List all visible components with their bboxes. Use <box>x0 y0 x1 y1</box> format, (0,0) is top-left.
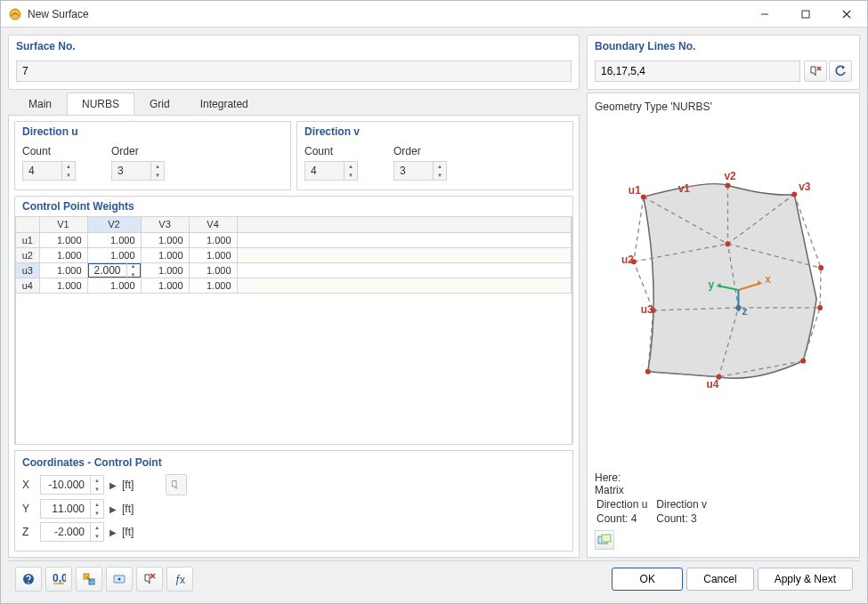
cancel-button[interactable]: Cancel <box>686 568 753 591</box>
coord-x-unit: [ft] <box>122 479 134 491</box>
cpw-cell[interactable]: 1.000 <box>39 278 87 293</box>
chevron-up-icon: ▲ <box>345 162 357 171</box>
cpw-cell[interactable]: 1.000 <box>141 262 189 278</box>
preview-du-label: Direction u <box>596 498 654 511</box>
units-button[interactable]: 0,00 <box>45 567 72 592</box>
boundary-input[interactable] <box>595 60 800 82</box>
pick-coord-button[interactable] <box>166 474 187 495</box>
svg-point-42 <box>118 577 121 580</box>
tab-main[interactable]: Main <box>13 93 67 115</box>
svg-text:0,00: 0,00 <box>53 572 66 584</box>
help-button[interactable] <box>15 567 42 592</box>
cpw-label: Control Point Weights <box>15 197 572 216</box>
direction-v-panel: Direction v Count 4▲▼ Order 3▲▼ <box>296 121 573 190</box>
cpw-cell[interactable]: 1.000 <box>189 247 237 262</box>
app-icon <box>8 7 22 21</box>
cpw-cell-editing[interactable]: 2.000▲▼ <box>87 262 141 278</box>
v-count-spinner[interactable]: 4▲▼ <box>304 161 358 181</box>
clear-pick-button[interactable] <box>136 567 163 592</box>
boundary-label: Boundary Lines No. <box>588 36 859 57</box>
cpw-cell[interactable]: 1.000 <box>189 262 237 278</box>
cpw-cell[interactable]: 1.000 <box>39 247 87 262</box>
cpw-cell[interactable]: 1.000 <box>87 247 141 262</box>
display-button[interactable] <box>76 567 102 592</box>
svg-rect-2 <box>802 11 809 18</box>
view-button[interactable] <box>106 567 133 592</box>
chevron-up-icon: ▲ <box>91 476 103 485</box>
svg-text:u1: u1 <box>629 184 641 197</box>
surface-no-input[interactable] <box>16 60 572 82</box>
u-count-spinner[interactable]: 4▲▼ <box>22 161 76 181</box>
cpw-cell[interactable]: 1.000 <box>39 262 87 278</box>
svg-point-11 <box>725 241 730 246</box>
preview-here: Here: <box>595 471 852 484</box>
apply-next-button[interactable]: Apply & Next <box>758 568 853 591</box>
tab-nurbs[interactable]: NURBS <box>67 93 134 116</box>
ok-button[interactable]: OK <box>612 568 683 591</box>
preview-dv-count: Count: 3 <box>656 512 714 525</box>
chevron-up-icon: ▲ <box>62 162 75 171</box>
function-button[interactable]: ƒx <box>166 567 193 592</box>
v-order-label: Order <box>393 145 447 157</box>
cpw-cell[interactable]: 1.000 <box>141 232 189 247</box>
svg-point-12 <box>818 265 823 270</box>
v-order-spinner[interactable]: 3▲▼ <box>393 161 447 181</box>
svg-text:u4: u4 <box>707 377 719 390</box>
coord-y-label: Y <box>22 503 35 515</box>
coord-x-input[interactable]: -10.000▲▼ <box>40 475 104 495</box>
svg-point-16 <box>645 368 651 374</box>
cpw-cell[interactable]: 1.000 <box>189 278 237 293</box>
cpw-cell[interactable]: 1.000 <box>141 247 189 262</box>
cpw-row-header: u2 <box>16 247 39 262</box>
arrow-icon: ▶ <box>110 527 117 537</box>
minimize-button[interactable] <box>744 1 785 27</box>
maximize-button[interactable] <box>785 1 826 27</box>
cpw-cell[interactable]: 1.000 <box>87 278 141 293</box>
pick-boundary-button[interactable] <box>804 60 827 82</box>
cpw-col-header: V3 <box>141 217 189 232</box>
cpw-cell[interactable]: 1.000 <box>39 232 87 247</box>
footer: 0,00 ƒx OK Cancel Apply & Next <box>8 560 860 596</box>
coordinates-label: Coordinates - Control Point <box>22 456 565 474</box>
chevron-down-icon: ▼ <box>345 171 357 180</box>
arrow-icon: ▶ <box>110 504 117 514</box>
boundary-panel: Boundary Lines No. <box>587 35 860 90</box>
coord-z-label: Z <box>22 526 35 538</box>
coord-z-unit: [ft] <box>122 526 134 538</box>
direction-u-panel: Direction u Count 4▲▼ Order 3▲▼ <box>14 121 291 190</box>
tab-integrated[interactable]: Integrated <box>185 93 264 115</box>
preview-matrix: Matrix <box>595 484 852 496</box>
chevron-up-icon: ▲ <box>434 162 446 171</box>
chevron-down-icon: ▼ <box>62 171 75 180</box>
svg-text:z: z <box>742 304 747 317</box>
coord-z-input[interactable]: -2.000▲▼ <box>40 522 104 542</box>
control-point-weights-panel: Control Point Weights V1V2V3V4u11.0001.0… <box>14 196 573 445</box>
u-order-spinner[interactable]: 3▲▼ <box>111 161 165 181</box>
arrow-icon: ▶ <box>110 480 117 490</box>
cpw-col-header: V1 <box>39 217 87 232</box>
svg-point-0 <box>10 9 20 20</box>
svg-rect-33 <box>602 535 611 542</box>
close-button[interactable] <box>826 1 867 27</box>
svg-text:v1: v1 <box>678 182 691 195</box>
cpw-cell[interactable]: 1.000 <box>87 232 141 247</box>
coord-y-input[interactable]: 11.000▲▼ <box>40 499 104 519</box>
svg-text:x: x <box>765 273 771 286</box>
cpw-cell[interactable]: 1.000 <box>189 232 237 247</box>
window-title: New Surface <box>28 8 744 20</box>
reverse-boundary-button[interactable] <box>829 60 852 82</box>
titlebar: New Surface <box>1 1 867 28</box>
u-order-label: Order <box>111 145 165 157</box>
tab-grid[interactable]: Grid <box>134 93 185 115</box>
svg-point-8 <box>725 182 730 188</box>
svg-point-35 <box>28 582 29 584</box>
svg-text:u2: u2 <box>621 254 634 266</box>
chevron-up-icon: ▲ <box>91 523 103 532</box>
chevron-down-icon: ▼ <box>151 171 164 180</box>
coord-y-unit: [ft] <box>122 503 134 515</box>
svg-text:v3: v3 <box>799 181 811 193</box>
cpw-cell[interactable]: 1.000 <box>141 278 189 293</box>
cpw-row-header: u4 <box>16 278 39 293</box>
preview-settings-button[interactable] <box>595 530 614 550</box>
cpw-grid[interactable]: V1V2V3V4u11.0001.0001.0001.000u21.0001.0… <box>15 216 572 444</box>
